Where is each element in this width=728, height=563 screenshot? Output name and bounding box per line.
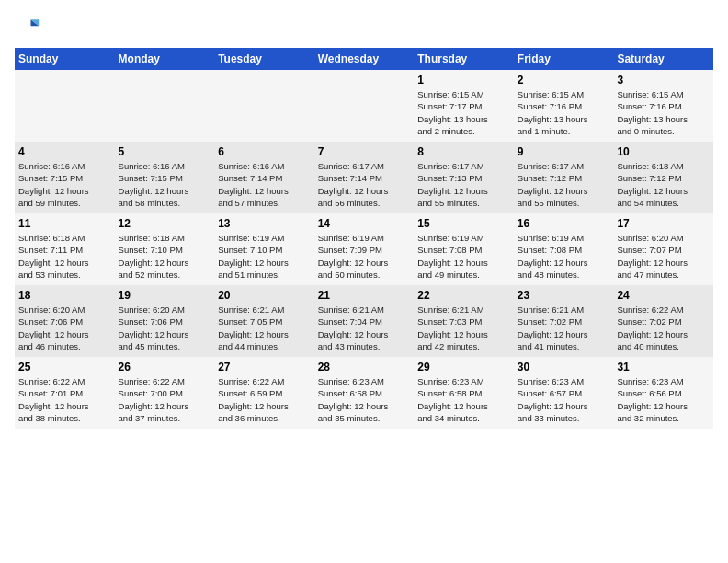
calendar-cell: 22Sunrise: 6:21 AM Sunset: 7:03 PM Dayli… (414, 285, 514, 357)
cell-info: Sunrise: 6:22 AM Sunset: 7:01 PM Dayligh… (18, 375, 111, 424)
calendar-cell: 7Sunrise: 6:17 AM Sunset: 7:14 PM Daylig… (314, 142, 415, 213)
day-number: 30 (518, 361, 610, 373)
calendar-cell: 3Sunrise: 6:15 AM Sunset: 7:16 PM Daylig… (613, 70, 713, 142)
day-number: 28 (318, 361, 411, 373)
cell-info: Sunrise: 6:19 AM Sunset: 7:09 PM Dayligh… (318, 232, 411, 281)
cell-info: Sunrise: 6:21 AM Sunset: 7:05 PM Dayligh… (218, 304, 311, 352)
cell-info: Sunrise: 6:21 AM Sunset: 7:03 PM Dayligh… (417, 304, 510, 352)
cell-info: Sunrise: 6:23 AM Sunset: 6:57 PM Dayligh… (518, 375, 610, 424)
cell-info: Sunrise: 6:16 AM Sunset: 7:15 PM Dayligh… (119, 160, 211, 209)
cell-info: Sunrise: 6:19 AM Sunset: 7:10 PM Dayligh… (218, 232, 311, 281)
calendar-cell: 12Sunrise: 6:18 AM Sunset: 7:10 PM Dayli… (115, 213, 215, 285)
day-number: 2 (518, 74, 610, 86)
calendar-cell: 26Sunrise: 6:22 AM Sunset: 7:00 PM Dayli… (115, 357, 215, 429)
day-number: 24 (617, 289, 710, 302)
day-number: 19 (119, 289, 211, 302)
cell-info: Sunrise: 6:22 AM Sunset: 6:59 PM Dayligh… (218, 375, 311, 424)
calendar-cell: 5Sunrise: 6:16 AM Sunset: 7:15 PM Daylig… (115, 142, 215, 213)
col-header-friday: Friday (514, 48, 614, 70)
page-header (15, 15, 713, 40)
day-number: 15 (417, 217, 510, 230)
cell-info: Sunrise: 6:18 AM Sunset: 7:11 PM Dayligh… (18, 232, 111, 281)
calendar-cell: 20Sunrise: 6:21 AM Sunset: 7:05 PM Dayli… (214, 285, 314, 357)
calendar-cell: 15Sunrise: 6:19 AM Sunset: 7:08 PM Dayli… (414, 213, 514, 285)
day-number: 18 (18, 289, 111, 302)
calendar-cell: 6Sunrise: 6:16 AM Sunset: 7:14 PM Daylig… (214, 142, 314, 213)
cell-info: Sunrise: 6:15 AM Sunset: 7:16 PM Dayligh… (617, 88, 710, 137)
day-number: 17 (617, 217, 710, 230)
cell-info: Sunrise: 6:19 AM Sunset: 7:08 PM Dayligh… (417, 232, 510, 281)
cell-info: Sunrise: 6:18 AM Sunset: 7:10 PM Dayligh… (119, 232, 211, 281)
calendar-week-row: 1Sunrise: 6:15 AM Sunset: 7:17 PM Daylig… (15, 70, 713, 142)
cell-info: Sunrise: 6:16 AM Sunset: 7:14 PM Dayligh… (218, 160, 311, 209)
day-number: 31 (617, 361, 710, 373)
calendar-cell: 17Sunrise: 6:20 AM Sunset: 7:07 PM Dayli… (613, 213, 713, 285)
cell-info: Sunrise: 6:16 AM Sunset: 7:15 PM Dayligh… (18, 160, 111, 209)
calendar-cell: 24Sunrise: 6:22 AM Sunset: 7:02 PM Dayli… (613, 285, 713, 357)
day-number: 8 (417, 145, 510, 158)
calendar-week-row: 18Sunrise: 6:20 AM Sunset: 7:06 PM Dayli… (15, 285, 713, 357)
day-number: 3 (617, 74, 710, 86)
calendar-cell: 11Sunrise: 6:18 AM Sunset: 7:11 PM Dayli… (15, 213, 115, 285)
calendar-cell: 16Sunrise: 6:19 AM Sunset: 7:08 PM Dayli… (514, 213, 614, 285)
day-number: 9 (518, 145, 610, 158)
calendar-cell (115, 70, 215, 142)
calendar-cell: 8Sunrise: 6:17 AM Sunset: 7:13 PM Daylig… (414, 142, 514, 213)
day-number: 7 (318, 145, 411, 158)
day-number: 21 (318, 289, 411, 302)
cell-info: Sunrise: 6:20 AM Sunset: 7:07 PM Dayligh… (617, 232, 710, 281)
cell-info: Sunrise: 6:23 AM Sunset: 6:56 PM Dayligh… (617, 375, 710, 424)
day-number: 25 (18, 361, 111, 373)
calendar-cell: 25Sunrise: 6:22 AM Sunset: 7:01 PM Dayli… (15, 357, 115, 429)
calendar-week-row: 25Sunrise: 6:22 AM Sunset: 7:01 PM Dayli… (15, 357, 713, 429)
calendar-cell: 30Sunrise: 6:23 AM Sunset: 6:57 PM Dayli… (514, 357, 614, 429)
day-number: 22 (417, 289, 510, 302)
cell-info: Sunrise: 6:19 AM Sunset: 7:08 PM Dayligh… (518, 232, 610, 281)
calendar-cell: 13Sunrise: 6:19 AM Sunset: 7:10 PM Dayli… (214, 213, 314, 285)
day-number: 4 (18, 145, 111, 158)
cell-info: Sunrise: 6:23 AM Sunset: 6:58 PM Dayligh… (417, 375, 510, 424)
cell-info: Sunrise: 6:22 AM Sunset: 7:02 PM Dayligh… (617, 304, 710, 352)
cell-info: Sunrise: 6:15 AM Sunset: 7:16 PM Dayligh… (518, 88, 610, 137)
cell-info: Sunrise: 6:20 AM Sunset: 7:06 PM Dayligh… (119, 304, 211, 352)
cell-info: Sunrise: 6:20 AM Sunset: 7:06 PM Dayligh… (18, 304, 111, 352)
cell-info: Sunrise: 6:23 AM Sunset: 6:58 PM Dayligh… (318, 375, 411, 424)
calendar-cell: 27Sunrise: 6:22 AM Sunset: 6:59 PM Dayli… (214, 357, 314, 429)
calendar-week-row: 4Sunrise: 6:16 AM Sunset: 7:15 PM Daylig… (15, 142, 713, 213)
day-number: 13 (218, 217, 311, 230)
calendar-week-row: 11Sunrise: 6:18 AM Sunset: 7:11 PM Dayli… (15, 213, 713, 285)
col-header-saturday: Saturday (613, 48, 713, 70)
calendar-cell: 4Sunrise: 6:16 AM Sunset: 7:15 PM Daylig… (15, 142, 115, 213)
cell-info: Sunrise: 6:22 AM Sunset: 7:00 PM Dayligh… (119, 375, 211, 424)
day-number: 16 (518, 217, 610, 230)
col-header-thursday: Thursday (414, 48, 514, 70)
calendar-cell: 31Sunrise: 6:23 AM Sunset: 6:56 PM Dayli… (613, 357, 713, 429)
col-header-monday: Monday (115, 48, 215, 70)
calendar-cell: 18Sunrise: 6:20 AM Sunset: 7:06 PM Dayli… (15, 285, 115, 357)
day-number: 20 (218, 289, 311, 302)
calendar-cell: 2Sunrise: 6:15 AM Sunset: 7:16 PM Daylig… (514, 70, 614, 142)
day-number: 26 (119, 361, 211, 373)
calendar-cell (314, 70, 415, 142)
day-number: 1 (417, 74, 510, 86)
calendar-cell: 29Sunrise: 6:23 AM Sunset: 6:58 PM Dayli… (414, 357, 514, 429)
calendar-cell: 23Sunrise: 6:21 AM Sunset: 7:02 PM Dayli… (514, 285, 614, 357)
day-number: 29 (417, 361, 510, 373)
cell-info: Sunrise: 6:17 AM Sunset: 7:14 PM Dayligh… (318, 160, 411, 209)
calendar-cell (214, 70, 314, 142)
day-number: 10 (617, 145, 710, 158)
day-number: 11 (18, 217, 111, 230)
calendar-table: SundayMondayTuesdayWednesdayThursdayFrid… (15, 48, 713, 429)
calendar-cell: 19Sunrise: 6:20 AM Sunset: 7:06 PM Dayli… (115, 285, 215, 357)
col-header-tuesday: Tuesday (214, 48, 314, 70)
calendar-cell: 14Sunrise: 6:19 AM Sunset: 7:09 PM Dayli… (314, 213, 415, 285)
cell-info: Sunrise: 6:21 AM Sunset: 7:04 PM Dayligh… (318, 304, 411, 352)
day-number: 6 (218, 145, 311, 158)
day-number: 23 (518, 289, 610, 302)
calendar-cell: 21Sunrise: 6:21 AM Sunset: 7:04 PM Dayli… (314, 285, 415, 357)
calendar-cell: 9Sunrise: 6:17 AM Sunset: 7:12 PM Daylig… (514, 142, 614, 213)
cell-info: Sunrise: 6:15 AM Sunset: 7:17 PM Dayligh… (417, 88, 510, 137)
calendar-header-row: SundayMondayTuesdayWednesdayThursdayFrid… (15, 48, 713, 70)
cell-info: Sunrise: 6:18 AM Sunset: 7:12 PM Dayligh… (617, 160, 710, 209)
day-number: 27 (218, 361, 311, 373)
